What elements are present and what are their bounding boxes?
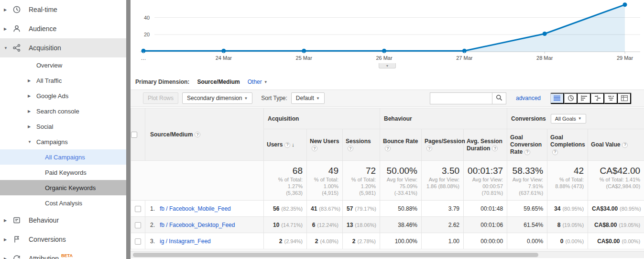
search-button[interactable] [492, 92, 506, 104]
all-goals-dropdown[interactable]: All Goals▼ [551, 114, 586, 124]
cell-pages-session: 1.00 [422, 233, 464, 249]
sidebar-item-behaviour[interactable]: ▶Behaviour [0, 211, 131, 230]
help-icon[interactable]: ? [284, 142, 290, 148]
person-icon [12, 24, 29, 33]
sidebar-item-attribution[interactable]: ▶AttributionBETA [0, 249, 131, 259]
summary-subtext: (CA$2,984.00) [592, 183, 640, 190]
sidebar-item-google-ads[interactable]: ▶Google Ads [0, 88, 131, 103]
report-table-host: Source/Medium?AcquisitionBehaviourConver… [131, 108, 644, 249]
help-icon[interactable]: ? [622, 142, 628, 148]
help-icon[interactable]: ? [552, 149, 558, 155]
dimension-source-medium[interactable]: Source/Medium [197, 79, 240, 85]
sidebar-item-campaigns[interactable]: ▼Campaigns [0, 134, 131, 149]
performance-view-icon[interactable] [578, 93, 591, 104]
help-icon[interactable]: ? [524, 149, 530, 155]
chart-collapse-tab[interactable]: ▼ [379, 63, 396, 68]
chevron-right-icon: ▶ [28, 94, 36, 98]
sidebar-item-conversions[interactable]: ▶Conversions [0, 230, 131, 249]
cell-percent: (2.78%) [358, 238, 376, 244]
summary-goal-conversion-rate: 58.33%Avg for View:7.91%(637.61%) [507, 161, 547, 201]
sidebar-item-label: Acquisition [29, 44, 61, 52]
select-all-checkbox[interactable] [131, 132, 137, 138]
row-checkbox[interactable] [135, 206, 141, 212]
source-medium-link[interactable]: fb / Facebook_Desktop_Feed [160, 222, 235, 228]
column-header-pages-session[interactable]: Pages/Session? [422, 129, 464, 161]
column-header-source-medium[interactable]: Source/Medium? [145, 108, 264, 161]
column-header-goal-conversion-rate[interactable]: Goal Conversion Rate? [507, 129, 547, 161]
chevron-down-icon: ▼ [244, 96, 248, 101]
sidebar-item-real-time[interactable]: ▶Real-time [0, 0, 131, 19]
help-icon[interactable]: ? [348, 146, 353, 151]
sidebar-item-social[interactable]: ▶Social [0, 119, 131, 134]
sidebar-item-audience[interactable]: ▶Audience [0, 19, 131, 38]
chevron-right-icon: ▶ [4, 237, 12, 242]
row-rank: 2. [148, 222, 160, 228]
sidebar-item-organic-keywords[interactable]: Organic Keywords [0, 180, 131, 195]
column-header-sessions[interactable]: Sessions? [343, 129, 380, 161]
column-header-goal-value[interactable]: Goal Value? [588, 129, 644, 161]
sort-type-dropdown[interactable]: Default ▼ [291, 92, 325, 104]
help-icon[interactable]: ? [195, 132, 200, 137]
advanced-search-link[interactable]: advanced [516, 95, 541, 101]
sidebar-item-overview[interactable]: Overview [0, 57, 131, 73]
sidebar-item-cost-analysis[interactable]: Cost Analysis [0, 195, 131, 211]
data-point[interactable] [543, 32, 547, 36]
sidebar-item-label: Search console [36, 108, 79, 115]
column-header-bounce-rate[interactable]: Bounce Rate? [380, 129, 422, 161]
summary-subtext: 00:00:57 [468, 183, 503, 190]
row-checkbox[interactable] [135, 238, 141, 245]
source-medium-link[interactable]: ig / Instagram_Feed [160, 238, 211, 245]
summary-value: 42 [551, 166, 584, 176]
cell-goal-conversion-rate: 59.65% [507, 201, 547, 217]
cell-percent: (79.17%) [355, 206, 376, 212]
sidebar-item-search-console[interactable]: ▶Search console [0, 103, 131, 119]
percentage-view-icon[interactable] [564, 93, 578, 104]
cell-value: 2 [279, 238, 283, 245]
sidebar-item-paid-keywords[interactable]: Paid Keywords [0, 165, 131, 180]
term-cloud-view-icon[interactable] [604, 93, 618, 104]
column-header-avg-session-duration[interactable]: Avg. Session Duration? [464, 129, 507, 161]
help-icon[interactable]: ? [385, 146, 391, 151]
data-point[interactable] [623, 2, 627, 7]
sidebar-item-all-traffic[interactable]: ▶All Traffic [0, 73, 131, 88]
help-icon[interactable]: ? [426, 146, 432, 151]
dimension-other-dropdown[interactable]: Other ▼ [248, 79, 268, 85]
cell-percent: (19.05%) [619, 222, 640, 228]
column-header-users[interactable]: Users?↓ [264, 129, 307, 161]
scrollbar-thumb[interactable] [133, 253, 538, 257]
summary-subtext: 1.86 (88.08%) [426, 183, 459, 190]
flag-icon [12, 235, 29, 244]
sidebar-scrollbar[interactable] [126, 0, 131, 259]
summary-value: 49 [311, 166, 338, 176]
help-icon[interactable]: ? [492, 146, 498, 151]
secondary-dimension-dropdown[interactable]: Secondary dimension ▼ [182, 92, 252, 104]
summary-subtext: 1.27% [268, 183, 303, 190]
source-medium-link[interactable]: fb / Facebook_Mobile_Feed [160, 205, 231, 212]
sidebar-item-all-campaigns[interactable]: All Campaigns [0, 149, 131, 165]
help-icon[interactable]: ? [312, 146, 317, 151]
chevron-right-icon: ▶ [28, 124, 36, 129]
pivot-view-icon[interactable] [618, 93, 631, 104]
cell-bounce-rate: 100.00% [380, 233, 422, 249]
cell-value: 61.54% [524, 222, 543, 228]
column-header-goal-completions[interactable]: Goal Completions? [547, 129, 588, 161]
row-checkbox[interactable] [135, 222, 141, 228]
cell-value: 56 [273, 205, 279, 212]
column-header-new-users[interactable]: New Users? [307, 129, 343, 161]
search-input[interactable] [430, 92, 492, 104]
row-rank: 1. [148, 205, 160, 212]
summary-subtext: % of Total: [268, 177, 303, 183]
svg-text:…: … [141, 55, 146, 61]
report-table: Source/Medium?AcquisitionBehaviourConver… [131, 108, 644, 249]
cell-value: 00:00:00 [480, 238, 503, 245]
cell-percent: (4.08%) [320, 238, 338, 244]
plot-rows-button[interactable]: Plot Rows [143, 92, 178, 104]
summary-avg-session-duration: 00:01:37Avg for View:00:00:57(70.81%) [464, 161, 507, 201]
data-view-icon[interactable] [551, 93, 564, 104]
summary-bounce-rate: 50.00%Avg for View:75.09%(-33.41%) [380, 161, 422, 201]
comparison-view-icon[interactable] [591, 93, 604, 104]
horizontal-scrollbar[interactable] [131, 251, 644, 258]
summary-sessions: 72% of Total:1.20%(5,981) [343, 161, 380, 201]
cell-users: 56(82.35%) [264, 201, 307, 217]
sidebar-item-acquisition[interactable]: ▼Acquisition [0, 38, 131, 57]
